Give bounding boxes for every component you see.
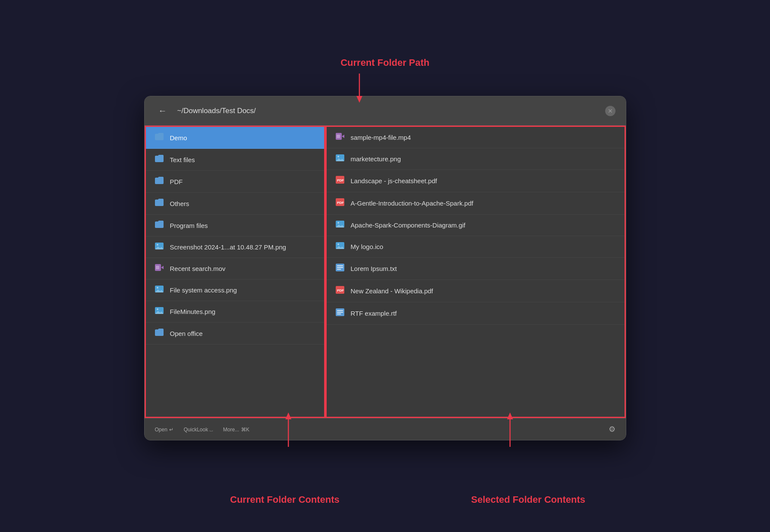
more-label: More... xyxy=(223,427,239,433)
right-panel-item-rtf-example[interactable]: RTF example.rtf xyxy=(327,302,625,325)
image-icon xyxy=(335,154,345,163)
svg-point-12 xyxy=(157,308,158,310)
left-panel-item-demo[interactable]: Demo xyxy=(146,127,324,149)
svg-rect-16 xyxy=(337,135,340,138)
left-panel-item-program-files[interactable]: Program files xyxy=(146,215,324,237)
more-button[interactable]: More... ⌘K xyxy=(223,426,249,433)
right-panel-item-my-logo[interactable]: My logo.ico xyxy=(327,236,625,258)
right-panel-item-new-zealand[interactable]: PDF New Zealand - Wikipedia.pdf xyxy=(327,280,625,302)
right-panel-item-marketecture[interactable]: marketecture.png xyxy=(327,148,625,170)
image-icon xyxy=(155,307,164,316)
file-picker-window: ← ~/Downloads/Test Docs/ ✕ Demo Text fil… xyxy=(144,96,626,440)
annotation-selected-folder-contents: Selected Folder Contents xyxy=(471,494,585,505)
svg-text:PDF: PDF xyxy=(337,201,344,205)
svg-point-28 xyxy=(337,243,339,245)
right-panel-item-apache-pdf[interactable]: PDF A-Gentle-Introduction-to-Apache-Spar… xyxy=(327,192,625,215)
left-panel-item-others[interactable]: Others xyxy=(146,193,324,215)
svg-point-9 xyxy=(157,287,158,289)
left-panel-item-file-system[interactable]: File system access.png xyxy=(146,280,324,301)
image-icon xyxy=(335,221,345,230)
video-icon xyxy=(335,133,345,142)
file-item-name: Screenshot 2024-1...at 10.48.27 PM.png xyxy=(170,243,286,251)
folder-icon xyxy=(155,199,164,208)
left-panel-item-recent-search[interactable]: Recent search.mov xyxy=(146,258,324,280)
gear-button[interactable]: ⚙ xyxy=(609,424,615,434)
file-item-name: Lorem Ipsum.txt xyxy=(351,265,397,272)
svg-point-18 xyxy=(337,156,339,157)
file-item-name: PDF xyxy=(170,178,183,185)
file-item-name: sample-mp4-file.mp4 xyxy=(351,134,411,141)
statusbar: Open ↵ QuickLook ⎵ More... ⌘K ⚙ xyxy=(145,418,626,440)
svg-point-3 xyxy=(157,244,158,246)
left-panel: Demo Text files PDF Others Program files… xyxy=(145,126,325,418)
file-item-name: New Zealand - Wikipedia.pdf xyxy=(351,287,433,295)
folder-path: ~/Downloads/Test Docs/ xyxy=(177,107,598,115)
pdf-icon: PDF xyxy=(335,286,345,296)
image-icon xyxy=(155,286,164,295)
folder-icon xyxy=(155,155,164,164)
text-icon xyxy=(335,308,345,318)
file-item-name: My logo.ico xyxy=(351,243,383,250)
left-panel-item-fileminutes[interactable]: FileMinutes.png xyxy=(146,301,324,323)
gear-icon: ⚙ xyxy=(609,425,615,434)
file-item-name: Others xyxy=(170,200,189,207)
left-panel-item-open-office[interactable]: Open office xyxy=(146,323,324,344)
open-label: Open xyxy=(155,427,167,433)
pdf-icon: PDF xyxy=(335,176,345,186)
right-panel-item-mp4[interactable]: sample-mp4-file.mp4 xyxy=(327,127,625,148)
text-icon xyxy=(335,264,345,274)
file-item-name: Text files xyxy=(170,156,195,163)
quicklook-shortcut-key: ⎵ xyxy=(210,427,213,433)
content-area: Demo Text files PDF Others Program files… xyxy=(145,126,626,418)
file-item-name: Demo xyxy=(170,134,187,141)
file-item-name: marketecture.png xyxy=(351,155,401,163)
svg-marker-15 xyxy=(342,135,344,138)
svg-point-25 xyxy=(337,222,339,224)
quicklook-label: QuickLook xyxy=(184,427,208,433)
svg-text:PDF: PDF xyxy=(337,178,344,182)
open-shortcut: ↵ xyxy=(169,427,173,433)
titlebar: ← ~/Downloads/Test Docs/ ✕ xyxy=(145,96,626,126)
image-icon xyxy=(155,243,164,252)
left-panel-item-screenshot[interactable]: Screenshot 2024-1...at 10.48.27 PM.png xyxy=(146,237,324,258)
file-item-name: Program files xyxy=(170,222,208,229)
file-item-name: Apache-Spark-Components-Diagram.gif xyxy=(351,221,466,229)
file-item-name: Landscape - js-cheatsheet.pdf xyxy=(351,177,437,185)
right-panel-item-lorem-ipsum[interactable]: Lorem Ipsum.txt xyxy=(327,258,625,280)
annotation-current-folder-contents: Current Folder Contents xyxy=(230,494,340,505)
file-item-name: A-Gentle-Introduction-to-Apache-Spark.pd… xyxy=(351,200,473,207)
svg-rect-7 xyxy=(156,266,159,269)
folder-icon xyxy=(155,329,164,338)
right-panel-item-landscape-pdf[interactable]: PDF Landscape - js-cheatsheet.pdf xyxy=(327,170,625,192)
outer-wrapper: Current Folder Path ← ~/Downloads/Test D… xyxy=(144,62,626,470)
quicklook-button[interactable]: QuickLook ⎵ xyxy=(184,426,213,433)
annotation-current-folder-path: Current Folder Path xyxy=(340,57,430,68)
folder-icon xyxy=(155,177,164,186)
close-button[interactable]: ✕ xyxy=(605,106,615,116)
right-panel: sample-mp4-file.mp4 marketecture.png PDF… xyxy=(325,126,626,418)
svg-marker-6 xyxy=(161,266,164,269)
video-icon xyxy=(155,264,164,273)
back-button[interactable]: ← xyxy=(155,104,170,117)
file-item-name: File system access.png xyxy=(170,286,237,294)
file-item-name: Recent search.mov xyxy=(170,265,226,272)
file-item-name: Open office xyxy=(170,330,203,337)
left-panel-item-pdf[interactable]: PDF xyxy=(146,171,324,193)
file-item-name: RTF example.rtf xyxy=(351,310,397,317)
right-panel-item-apache-gif[interactable]: Apache-Spark-Components-Diagram.gif xyxy=(327,215,625,236)
file-item-name: FileMinutes.png xyxy=(170,308,216,315)
pdf-icon: PDF xyxy=(335,198,345,208)
image-icon xyxy=(335,242,345,251)
svg-text:PDF: PDF xyxy=(337,289,344,292)
open-button[interactable]: Open ↵ xyxy=(155,426,173,433)
more-shortcut: ⌘K xyxy=(241,427,250,433)
left-panel-item-text-files[interactable]: Text files xyxy=(146,149,324,171)
folder-icon xyxy=(155,221,164,230)
folder-icon xyxy=(155,133,164,142)
